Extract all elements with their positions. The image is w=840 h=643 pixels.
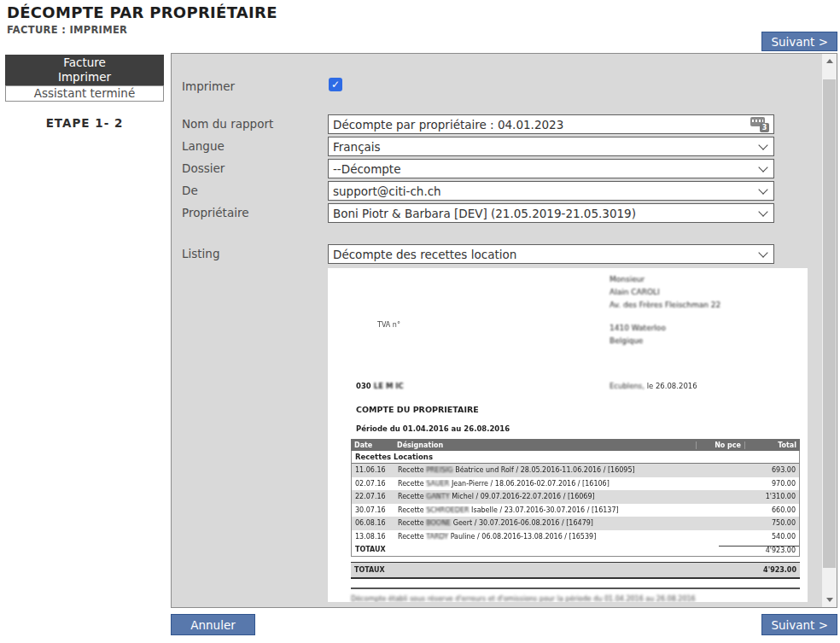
- table-row: 30.07.16 Recette SCHROEDER Isabelle / 23…: [352, 504, 799, 517]
- step-counter: ETAPE 1- 2: [5, 116, 164, 130]
- chevron-down-icon: [758, 184, 767, 194]
- cell-total: 750.00: [705, 519, 799, 527]
- grand-total-value: 4'923.00: [720, 566, 800, 574]
- proprietaire-value: Boni Piotr & Barbara [DEV] (21.05.2019-2…: [333, 207, 636, 220]
- listing-select[interactable]: Décompte des recettes location: [328, 244, 774, 264]
- subtotal-row: TOTAUX 4'923.00: [352, 543, 799, 556]
- proprietaire-select[interactable]: Boni Piotr & Barbara [DEV] (21.05.2019-2…: [328, 203, 774, 223]
- sidebar-step-current[interactable]: Facture Imprimer: [5, 55, 164, 85]
- cell-total: 693.00: [705, 466, 799, 474]
- tenant-name-redacted: GANTY: [426, 493, 449, 500]
- recipient-country: Belgique: [610, 335, 720, 348]
- cell-date: 06.08.16: [352, 519, 394, 527]
- cell-date: 22.07.16: [352, 493, 394, 500]
- report-preview: Monsieur Alain CAROLI Av. des Frères Fle…: [328, 268, 808, 602]
- horizontal-rule: [351, 587, 800, 589]
- subtotal-value: 4'923.00: [719, 546, 799, 554]
- document-period: Période du 01.04.2016 au 26.08.2016: [356, 424, 510, 433]
- languages-icon-dots: [752, 120, 763, 122]
- tenant-name-redacted: TARDY: [426, 533, 448, 541]
- owner-ref-redacted: LE M IC: [371, 382, 404, 390]
- tva-label: TVA n°: [377, 321, 400, 329]
- table-row: 13.08.16 Recette TARDY Pauline / 06.08.2…: [352, 530, 799, 544]
- decompte-wizard-page: DÉCOMPTE PAR PROPRIÉTAIRE FACTURE : IMPR…: [0, 0, 840, 643]
- arrow-down-icon: [826, 598, 833, 602]
- tenant-name-redacted: BOONE: [426, 519, 451, 527]
- col-no-pce: No pce: [696, 441, 744, 449]
- chevron-down-icon: [758, 162, 767, 172]
- cell-date: 11.06.16: [352, 466, 394, 474]
- cell-date: 02.07.16: [352, 480, 394, 488]
- cell-designation: Recette PREISIG Béatrice und Rolf / 28.0…: [394, 466, 705, 474]
- recipient-salutation: Monsieur: [610, 273, 720, 286]
- report-name-label: Nom du rapport: [182, 117, 273, 131]
- cell-designation: Recette SAUER Jean-Pierre / 18.06.2016-0…: [394, 480, 705, 488]
- subtotal-label: TOTAUX: [352, 546, 719, 553]
- page-title: DÉCOMPTE PAR PROPRIÉTAIRE: [7, 3, 277, 21]
- tenant-name-redacted: PREISIG: [426, 466, 452, 474]
- de-select[interactable]: support@citi-ch.ch: [328, 181, 774, 201]
- owner-ref-prefix: 030: [356, 382, 371, 390]
- de-label: De: [182, 184, 198, 197]
- section-row: Recettes Locations: [352, 451, 799, 464]
- tenant-name-redacted: SCHROEDER: [426, 506, 469, 514]
- wizard-form-panel: Imprimer ✓ Nom du rapport 3 Langue Franç…: [171, 53, 837, 608]
- listing-value: Décompte des recettes location: [333, 248, 516, 261]
- langue-label: Langue: [182, 139, 225, 153]
- dossier-value: --Décompte: [333, 162, 400, 176]
- report-name-input[interactable]: [333, 118, 747, 132]
- listing-label: Listing: [182, 247, 219, 260]
- recettes-table: Date Désignation No pce Total Recettes L…: [351, 439, 800, 579]
- wizard-steps-sidebar: Facture Imprimer Assistant terminé ETAPE…: [5, 55, 164, 130]
- scrollbar-up-button[interactable]: [822, 54, 837, 68]
- cell-designation: Recette BOONE Geert / 30.07.2016-06.08.2…: [394, 519, 705, 527]
- col-date: Date: [351, 441, 394, 449]
- next-button-top[interactable]: Suivant >: [761, 32, 837, 51]
- cell-total: 970.00: [705, 480, 799, 488]
- imprimer-checkbox[interactable]: ✓: [329, 78, 342, 91]
- scrollbar-thumb[interactable]: [823, 79, 836, 568]
- langue-select[interactable]: Français: [328, 137, 774, 156]
- languages-icon[interactable]: 3: [750, 117, 769, 132]
- table-body: Recettes Locations 11.06.16 Recette PREI…: [351, 451, 800, 557]
- chevron-down-icon: [758, 248, 767, 257]
- de-value: support@citi-ch.ch: [333, 184, 441, 198]
- grand-total-row: TOTAUX 4'923.00: [351, 562, 800, 579]
- imprimer-label: Imprimer: [182, 79, 235, 93]
- place-date: Ecublens, le 26.08.2016: [610, 382, 697, 390]
- owner-ref: 030 LE M IC: [356, 382, 404, 390]
- col-designation: Désignation: [394, 441, 696, 449]
- chevron-down-icon: [758, 140, 767, 149]
- breadcrumb: FACTURE : IMPRIMER: [7, 24, 127, 36]
- cell-designation: Recette SCHROEDER Isabelle / 23.07.2016-…: [394, 506, 705, 514]
- report-name-field[interactable]: 3: [328, 114, 774, 134]
- next-button-bottom[interactable]: Suivant >: [761, 614, 837, 635]
- recipient-city: 1410 Waterloo: [610, 322, 720, 335]
- step-line-1: Facture: [5, 56, 164, 70]
- cancel-button[interactable]: Annuler: [171, 614, 255, 635]
- recipient-address: Monsieur Alain CAROLI Av. des Frères Fle…: [610, 273, 720, 348]
- cell-designation: Recette TARDY Pauline / 06.08.2016-13.08…: [394, 533, 705, 541]
- table-row: 06.08.16 Recette BOONE Geert / 30.07.201…: [352, 517, 799, 530]
- proprietaire-label: Propriétaire: [182, 206, 248, 219]
- step-line-2: Imprimer: [5, 70, 164, 85]
- chevron-down-icon: [758, 207, 767, 216]
- panel-scrollbar[interactable]: [822, 54, 837, 607]
- sidebar-step-done[interactable]: Assistant terminé: [5, 85, 164, 102]
- cell-date: 13.08.16: [352, 533, 394, 541]
- check-icon: ✓: [331, 79, 340, 91]
- tenant-name-redacted: SAUER: [426, 480, 449, 488]
- col-total: Total: [744, 441, 800, 449]
- date-text: le 26.08.2016: [645, 382, 697, 390]
- table-row: 22.07.16 Recette GANTY Michel / 09.07.20…: [352, 490, 799, 504]
- recipient-name: Alain CAROLI: [610, 286, 720, 299]
- cell-total: 1'310.00: [705, 493, 799, 500]
- recipient-street: Av. des Frères Fleischman 22: [610, 299, 720, 312]
- scrollbar-down-button[interactable]: [822, 593, 837, 607]
- table-row: 11.06.16 Recette PREISIG Béatrice und Ro…: [352, 464, 799, 477]
- place-redacted: Ecublens,: [610, 382, 645, 390]
- table-header-row: Date Désignation No pce Total: [351, 439, 800, 451]
- footnote-redacted: Décompte établi sous réserve d'erreurs e…: [351, 595, 795, 602]
- document-title: COMPTE DU PROPRIETAIRE: [356, 405, 479, 414]
- dossier-select[interactable]: --Décompte: [328, 159, 774, 178]
